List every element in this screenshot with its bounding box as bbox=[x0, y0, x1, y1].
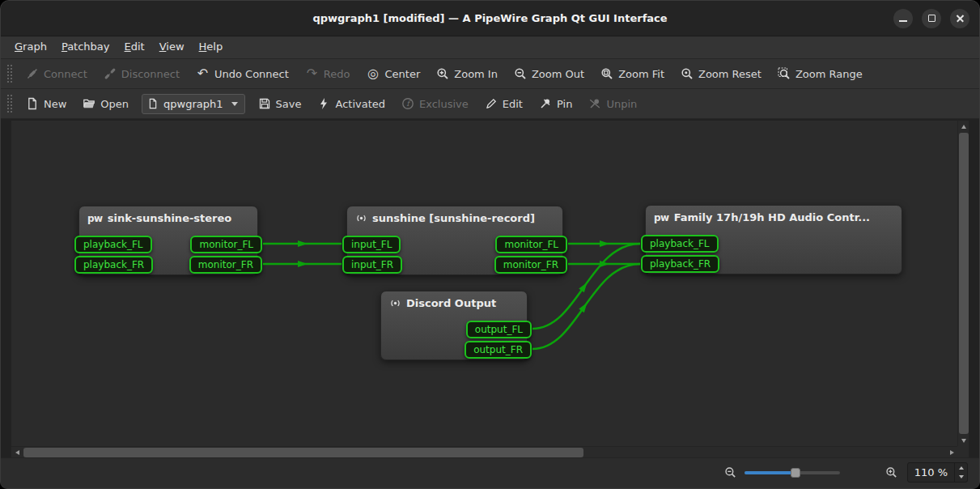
minimize-button[interactable] bbox=[893, 9, 913, 28]
center-button[interactable]: ◎ Center bbox=[360, 64, 427, 83]
graph-canvas[interactable]: pw sink-sunshine-stereo playback_FL play… bbox=[11, 121, 957, 446]
zoom-reset-button[interactable]: Zoom Reset bbox=[674, 64, 768, 83]
zoom-spinbox[interactable]: 110 % bbox=[907, 462, 968, 483]
sink-port-monitor-fl[interactable]: monitor_FL bbox=[190, 236, 262, 253]
menu-edit[interactable]: Edit bbox=[117, 36, 152, 58]
node-header: pw sink-sunshine-stereo bbox=[79, 206, 257, 224]
node-sink-sunshine-stereo[interactable]: pw sink-sunshine-stereo playback_FL play… bbox=[78, 206, 258, 275]
sunshine-port-monitor-fl[interactable]: monitor_FL bbox=[495, 236, 567, 253]
sunshine-port-input-fr[interactable]: input_FR bbox=[342, 256, 402, 274]
zoom-out-mini-icon[interactable] bbox=[724, 466, 736, 478]
minimize-icon bbox=[899, 20, 907, 22]
menu-help[interactable]: Help bbox=[192, 36, 231, 58]
menu-view[interactable]: View bbox=[152, 36, 192, 58]
scroll-down-button[interactable] bbox=[958, 435, 969, 446]
new-file-icon bbox=[26, 97, 39, 110]
sink-port-playback-fl[interactable]: playback_FL bbox=[74, 236, 152, 253]
new-button[interactable]: New bbox=[19, 94, 73, 113]
arrow-right-icon bbox=[950, 450, 954, 455]
save-button[interactable]: Save bbox=[252, 94, 308, 113]
toolbar-grip-2[interactable] bbox=[6, 94, 12, 113]
titlebar[interactable]: qpwgraph1 [modified] — A PipeWire Graph … bbox=[1, 1, 979, 36]
disconnect-button[interactable]: Disconnect bbox=[97, 64, 186, 83]
sink-port-monitor-fr[interactable]: monitor_FR bbox=[189, 256, 262, 274]
pin-button[interactable]: Pin bbox=[532, 94, 579, 113]
center-label: Center bbox=[385, 68, 421, 80]
exclusive-letter: f bbox=[406, 99, 411, 108]
zoom-slider-handle[interactable] bbox=[791, 468, 800, 478]
exclusive-button[interactable]: f Exclusive bbox=[395, 94, 475, 113]
plug-disconnect-icon bbox=[104, 67, 117, 80]
main-area: pw sink-sunshine-stereo playback_FL play… bbox=[1, 119, 979, 457]
zoom-spin-up-button[interactable] bbox=[955, 463, 967, 473]
undo-connect-button[interactable]: ↶ Undo Connect bbox=[189, 64, 295, 83]
sink-port-playback-fr[interactable]: playback_FR bbox=[74, 256, 153, 274]
node-title-text: sunshine [sunshine-record] bbox=[372, 212, 535, 224]
horizontal-scrollbar[interactable] bbox=[11, 446, 957, 457]
zoom-fit-button[interactable]: Zoom Fit bbox=[594, 64, 671, 83]
zoom-range-button[interactable]: Zoom Range bbox=[771, 64, 869, 83]
scroll-up-button[interactable] bbox=[958, 121, 969, 132]
node-title-text: Discord Output bbox=[406, 297, 496, 309]
disconnect-label: Disconnect bbox=[121, 68, 180, 80]
toolbar-file: New Open qpwgraph1 Save bbox=[1, 89, 979, 119]
edit-button[interactable]: Edit bbox=[478, 94, 529, 113]
zoom-spin-down-button[interactable] bbox=[955, 473, 967, 483]
close-button[interactable] bbox=[950, 9, 969, 28]
activated-button[interactable]: Activated bbox=[311, 94, 392, 113]
open-button[interactable]: Open bbox=[76, 94, 135, 113]
scroll-right-button[interactable] bbox=[946, 447, 957, 458]
connect-label: Connect bbox=[44, 68, 87, 80]
patchbay-selector[interactable]: qpwgraph1 bbox=[142, 94, 244, 114]
node-header: Discord Output bbox=[381, 291, 527, 309]
wire-discord-output-fr-to-family-playback-fr[interactable] bbox=[532, 264, 640, 349]
unpin-button[interactable]: Unpin bbox=[582, 94, 643, 113]
menubar: Graph Patchbay Edit View Help bbox=[1, 36, 979, 59]
app-window: qpwgraph1 [modified] — A PipeWire Graph … bbox=[0, 0, 980, 489]
zoom-out-button[interactable]: Zoom Out bbox=[507, 64, 591, 83]
zoom-reset-label: Zoom Reset bbox=[698, 68, 762, 80]
center-icon: ◎ bbox=[367, 67, 380, 80]
sunshine-port-input-fl[interactable]: input_FL bbox=[342, 236, 401, 253]
node-family-hd-audio[interactable]: pw Family 17h/19h HD Audio Contr... play… bbox=[645, 205, 902, 274]
plug-connect-icon bbox=[26, 67, 39, 80]
node-header: pw Family 17h/19h HD Audio Contr... bbox=[646, 206, 902, 223]
vertical-scrollbar-thumb[interactable] bbox=[959, 133, 969, 434]
save-label: Save bbox=[276, 98, 302, 110]
zoom-in-mini-icon[interactable] bbox=[885, 466, 897, 478]
scrollbar-corner bbox=[957, 446, 969, 457]
discord-port-output-fr[interactable]: output_FR bbox=[465, 341, 532, 359]
vertical-scrollbar[interactable] bbox=[957, 121, 969, 446]
patchbay-selector-value: qpwgraph1 bbox=[163, 98, 223, 110]
spin-up-icon bbox=[959, 466, 964, 470]
zoom-reset-icon bbox=[681, 67, 694, 80]
undo-connect-label: Undo Connect bbox=[214, 68, 289, 80]
toolbar-grip[interactable] bbox=[6, 64, 12, 83]
window-title: qpwgraph1 [modified] — A PipeWire Graph … bbox=[312, 12, 667, 24]
zoom-range-icon bbox=[778, 67, 791, 80]
maximize-button[interactable] bbox=[922, 9, 941, 28]
chevron-down-icon bbox=[231, 102, 238, 106]
horizontal-scrollbar-thumb[interactable] bbox=[23, 448, 583, 457]
unpin-label: Unpin bbox=[606, 98, 637, 110]
connection-wires bbox=[11, 121, 957, 446]
family-port-playback-fr[interactable]: playback_FR bbox=[641, 255, 719, 273]
zoom-in-button[interactable]: Zoom In bbox=[430, 64, 504, 83]
zoom-fit-label: Zoom Fit bbox=[618, 68, 664, 80]
menu-patchbay[interactable]: Patchbay bbox=[54, 36, 117, 58]
open-folder-icon bbox=[83, 97, 95, 110]
scroll-left-button[interactable] bbox=[11, 447, 23, 458]
redo-button[interactable]: ↷ Redo bbox=[299, 64, 357, 83]
sunshine-port-monitor-fr[interactable]: monitor_FR bbox=[494, 256, 567, 274]
activated-bolt-icon bbox=[317, 97, 330, 110]
family-port-playback-fl[interactable]: playback_FL bbox=[641, 235, 719, 253]
connect-button[interactable]: Connect bbox=[19, 64, 94, 83]
node-discord-output[interactable]: Discord Output output_FL output_FR bbox=[380, 291, 528, 360]
zoom-in-icon bbox=[436, 67, 449, 80]
zoom-slider[interactable] bbox=[745, 471, 840, 474]
node-sunshine-record[interactable]: sunshine [sunshine-record] input_FL inpu… bbox=[346, 206, 563, 275]
save-icon bbox=[258, 97, 271, 110]
menu-graph[interactable]: Graph bbox=[7, 36, 54, 58]
discord-port-output-fl[interactable]: output_FL bbox=[466, 321, 532, 338]
zoom-fit-icon bbox=[600, 67, 613, 80]
